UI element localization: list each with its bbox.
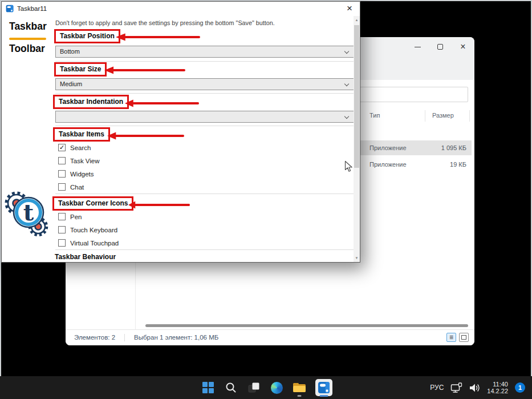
edge-button[interactable] [269,378,284,397]
horizontal-scrollbar[interactable] [145,324,468,327]
speaker-icon[interactable] [469,383,480,393]
file-type: Приложение [369,144,407,151]
check-icon: ✓ [59,144,64,151]
minimize-button[interactable] [413,42,422,52]
section-divider [55,249,354,250]
checkbox-unchecked[interactable] [58,183,66,191]
windows-logo-icon [202,382,214,393]
column-headers: Тип Размер [354,110,473,123]
close-button[interactable]: × [344,2,355,15]
file-explorer-button[interactable] [292,378,307,397]
section-label-taskbar-position: Taskbar Position [54,29,120,43]
taskbar-indentation-dropdown[interactable] [55,111,354,123]
scrollbar-thumb[interactable] [354,25,359,168]
chevron-down-icon [344,82,349,86]
taskbar-search-button[interactable] [224,378,238,397]
maximize-button[interactable] [436,42,445,52]
task-view-icon [247,381,260,394]
checkbox-row-task-view[interactable]: Task View [58,157,100,164]
taskbar11-logo: t [3,188,53,241]
tray-time: 11:40 [487,381,508,388]
window-title: Taskbar11 [17,5,47,12]
checkbox-unchecked[interactable] [58,226,66,233]
checkbox-row-touch-keyboard[interactable]: Touch Keyboard [58,226,117,233]
scroll-down-icon[interactable]: ▼ [354,256,360,260]
tray-date: 14.2.22 [487,388,508,395]
annotation-arrow-icon [104,66,185,74]
running-indicator [298,395,302,397]
clock[interactable]: 11:40 14.2.22 [487,381,508,395]
language-indicator[interactable]: РУС [430,384,444,392]
annotation-arrow-icon [107,132,184,140]
section-label-taskbar-indentation: Taskbar Indentation [53,95,129,109]
section-divider [55,61,354,62]
checkbox-row-pen[interactable]: Pen [58,213,82,220]
maximize-icon [437,44,443,50]
sidebar-item-taskbar[interactable]: Taskbar [9,21,47,33]
section-divider [55,126,354,126]
column-separator[interactable] [469,110,470,122]
selection-label: Выбран 1 элемент: 1,06 МБ [134,334,218,341]
desktop: × Тип Размер Приложение 1 095 КБ Приложе… [0,0,532,399]
checkbox-row-chat[interactable]: Chat [58,183,84,191]
system-taskbar: РУС 11:40 14.2.22 1 [0,376,532,399]
section-divider [55,93,354,94]
task-view-button[interactable] [246,378,261,397]
taskbar11-app-icon [318,381,330,394]
column-header-type[interactable]: Тип [369,112,380,119]
vertical-scrollbar[interactable]: ▲ ▼ [354,16,360,262]
start-button[interactable] [201,378,216,397]
file-row[interactable]: Приложение 19 КБ [354,157,472,172]
search-icon [225,382,237,393]
thumbnail-view-icon [461,335,466,340]
annotation-arrow-icon [128,201,190,209]
settings-note: Don't forget to apply and save the setti… [55,19,275,26]
chevron-down-icon [344,49,349,54]
taskbar11-app-icon [6,5,14,13]
taskbar11-window: Taskbar11 × Taskbar Toolbar t Don't forg… [1,1,360,263]
checkbox-checked[interactable]: ✓ [58,144,66,151]
taskbar11-titlebar: Taskbar11 × [2,2,360,16]
section-label-taskbar-items: Taskbar Items [53,127,110,142]
close-button[interactable]: × [458,42,468,52]
checkbox-unchecked[interactable] [58,239,66,247]
taskbar-position-dropdown[interactable]: Bottom [55,46,354,58]
checkbox-row-virtual-touchpad[interactable]: Virtual Touchpad [58,239,119,247]
file-type: Приложение [369,161,407,168]
section-label-taskbar-size: Taskbar Size [54,62,107,76]
active-app-highlight [315,379,332,396]
checkbox-row-search[interactable]: ✓ Search [58,144,91,151]
svg-text:t: t [23,199,34,225]
close-icon: × [460,42,465,51]
status-divider [124,334,125,341]
checkbox-unchecked[interactable] [58,157,66,164]
edge-icon [271,382,283,394]
checkbox-row-widgets[interactable]: Widgets [58,170,94,178]
folder-icon [293,382,306,393]
items-count-label: Элементов: 2 [74,334,115,341]
taskbar11-taskbar-button[interactable] [315,378,333,397]
network-icon[interactable] [450,382,462,393]
column-header-size[interactable]: Размер [432,112,454,119]
file-size: 19 КБ [450,161,466,168]
checkbox-unchecked[interactable] [58,213,66,220]
active-indicator [320,395,328,397]
list-view-icon: ≡ [449,333,453,341]
section-label-taskbar-corner-icons: Taskbar Corner Icons [52,196,133,211]
checkbox-unchecked[interactable] [58,170,66,178]
scroll-up-icon[interactable]: ▲ [354,18,360,22]
taskbar-size-dropdown[interactable]: Medium [55,78,354,90]
active-tab-underline [9,38,46,40]
explorer-statusbar: Элементов: 2 Выбран 1 элемент: 1,06 МБ ≡ [66,329,474,345]
file-size: 1 095 КБ [441,144,466,151]
file-row-selected[interactable]: Приложение 1 095 КБ [354,140,472,155]
sidebar-item-toolbar[interactable]: Toolbar [9,43,45,55]
thumbnail-view-button[interactable] [459,333,469,342]
details-view-button[interactable]: ≡ [446,333,456,342]
annotation-arrow-icon [116,33,200,41]
minimize-icon [415,47,421,47]
column-separator[interactable] [425,110,425,122]
section-label-taskbar-behaviour: Taskbar Behaviour [55,253,116,261]
notification-badge[interactable]: 1 [515,382,525,393]
annotation-arrow-icon [125,99,199,107]
